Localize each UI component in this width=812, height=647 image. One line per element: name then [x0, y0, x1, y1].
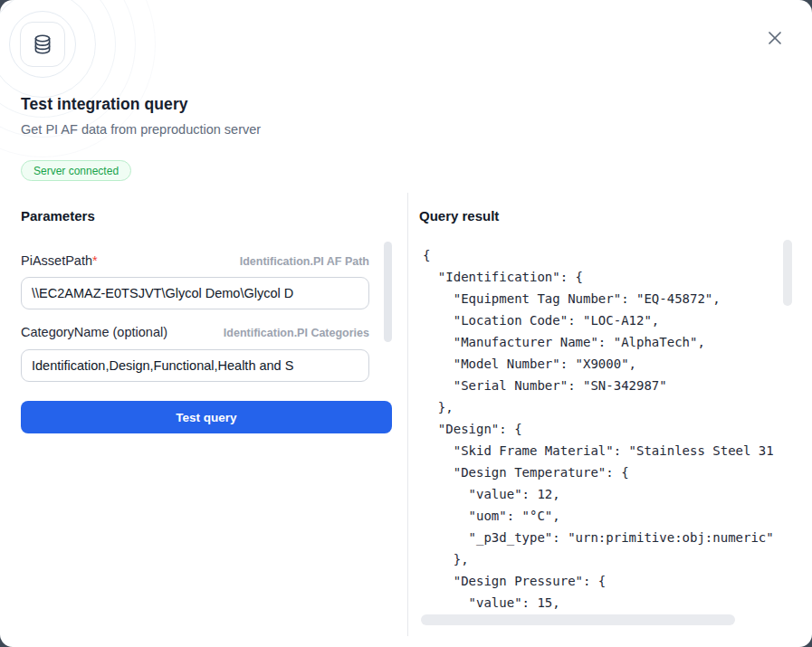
- test-query-button[interactable]: Test query: [21, 401, 392, 433]
- query-result-code[interactable]: { "Identification": { "Equipment Tag Num…: [423, 244, 781, 617]
- database-icon: [31, 33, 54, 56]
- close-icon: [765, 28, 785, 48]
- pi-asset-path-label-row: PiAssetPath* Identification.PI AF Path: [21, 253, 369, 268]
- pi-asset-path-hint: Identification.PI AF Path: [240, 255, 369, 268]
- query-result-heading: Query result: [419, 208, 499, 224]
- parameters-heading: Parameters: [21, 208, 95, 224]
- server-status-badge: Server connected: [21, 160, 131, 181]
- pi-asset-path-input[interactable]: [21, 277, 369, 309]
- dialog-icon-container: [20, 22, 65, 67]
- category-name-label: CategoryName (optional): [21, 325, 167, 339]
- pi-asset-path-label: PiAssetPath*: [21, 253, 98, 268]
- result-vertical-scrollbar[interactable]: [783, 240, 792, 306]
- panel-divider: [407, 193, 408, 636]
- required-asterisk: *: [92, 253, 98, 268]
- test-integration-query-dialog: Test integration query Get PI AF data fr…: [0, 0, 812, 647]
- category-name-label-row: CategoryName (optional) Identification.P…: [21, 325, 369, 339]
- parameters-vertical-scrollbar[interactable]: [384, 242, 392, 342]
- dialog-title: Test integration query: [21, 95, 188, 114]
- category-name-hint: Identification.PI Categories: [224, 327, 369, 339]
- decor-ring: [0, 0, 136, 138]
- category-name-input[interactable]: [21, 349, 369, 382]
- close-button[interactable]: [762, 25, 788, 51]
- dialog-subtitle: Get PI AF data from preproduction server: [21, 122, 261, 137]
- query-result-json: { "Identification": { "Equipment Tag Num…: [423, 244, 781, 614]
- result-horizontal-scrollbar[interactable]: [421, 614, 735, 625]
